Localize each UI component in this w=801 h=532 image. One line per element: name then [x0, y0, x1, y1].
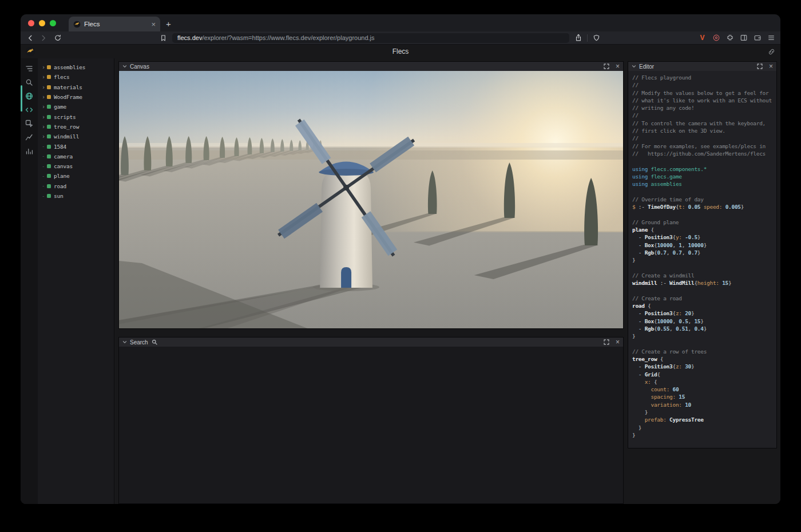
- collapse-icon[interactable]: [122, 340, 127, 344]
- queries-icon[interactable]: [25, 92, 34, 101]
- editor-code[interactable]: // Flecs playground//// Modify the value…: [628, 71, 776, 448]
- expand-caret-icon[interactable]: ›: [42, 124, 47, 130]
- browser-tab[interactable]: Flecs ×: [69, 17, 160, 31]
- browser-toolbar: flecs.dev/explorer/?wasm=https://www.fle…: [21, 31, 780, 45]
- close-icon[interactable]: ×: [769, 63, 773, 70]
- metrics-icon[interactable]: [25, 146, 34, 156]
- entity-color-square: [47, 164, 51, 168]
- expand-caret-icon[interactable]: ›: [42, 94, 47, 100]
- entity-color-square: [47, 95, 51, 99]
- tab-close-icon[interactable]: ×: [151, 21, 156, 28]
- new-tab-button[interactable]: +: [166, 19, 171, 29]
- canvas-3d-scene[interactable]: [119, 71, 623, 328]
- expand-caret-icon[interactable]: ›: [42, 74, 47, 80]
- tree-item[interactable]: - camera: [38, 152, 114, 161]
- tree-item[interactable]: › flecs: [38, 72, 114, 82]
- entities-icon[interactable]: [25, 64, 34, 73]
- tree-item-label: WoodFrame: [54, 94, 82, 100]
- share-icon[interactable]: [573, 33, 583, 43]
- expand-caret-icon[interactable]: -: [42, 144, 47, 149]
- expand-caret-icon[interactable]: ›: [42, 104, 47, 110]
- search-panel-header: Search ×: [119, 338, 623, 347]
- editor-panel-header: Editor ×: [628, 62, 776, 71]
- wallet-icon[interactable]: [752, 33, 762, 43]
- menu-icon[interactable]: [766, 33, 776, 43]
- tree-item[interactable]: › windmill: [38, 132, 114, 141]
- tree-item[interactable]: - sun: [38, 191, 114, 201]
- fullscreen-icon[interactable]: [604, 63, 609, 69]
- tree-item-label: flecs: [54, 74, 70, 80]
- extensions-icon[interactable]: [725, 33, 735, 43]
- shield-icon[interactable]: [592, 33, 601, 43]
- vimium-icon[interactable]: V: [697, 33, 707, 43]
- tree-item[interactable]: - canvas: [38, 161, 114, 171]
- tree-item[interactable]: › assemblies: [38, 62, 114, 72]
- flecs-favicon: [73, 21, 81, 28]
- url-bar[interactable]: flecs.dev/explorer/?wasm=https://www.fle…: [172, 33, 569, 43]
- share-link-icon[interactable]: [768, 47, 775, 58]
- entity-color-square: [47, 194, 51, 198]
- expand-caret-icon[interactable]: ›: [42, 114, 47, 120]
- expand-caret-icon[interactable]: -: [42, 183, 47, 189]
- canvas-panel: Canvas ×: [118, 61, 624, 329]
- collapse-icon[interactable]: [632, 64, 636, 69]
- entity-tree: › assemblies › flecs › materials › WoodF…: [38, 58, 114, 504]
- sidebar-panel-icon[interactable]: [739, 33, 748, 43]
- flecs-logo: [25, 46, 35, 59]
- entity-color-square: [47, 154, 51, 158]
- traffic-light-zoom[interactable]: [50, 20, 56, 26]
- tree-item-label: windmill: [54, 133, 79, 140]
- expand-caret-icon[interactable]: -: [42, 173, 47, 179]
- tree-item-label: plane: [54, 173, 70, 179]
- expand-caret-icon[interactable]: -: [42, 164, 47, 169]
- reload-icon[interactable]: [53, 33, 62, 43]
- tree-item[interactable]: › tree_row: [38, 122, 114, 132]
- road: [119, 150, 623, 160]
- recorder-icon[interactable]: [711, 33, 721, 43]
- tree-item-label: canvas: [54, 163, 73, 169]
- expand-caret-icon[interactable]: ›: [42, 133, 47, 140]
- search-results-area[interactable]: [119, 347, 623, 503]
- tree-item-label: materials: [54, 84, 82, 90]
- expand-caret-icon[interactable]: -: [42, 153, 47, 159]
- tree-item[interactable]: › scripts: [38, 112, 114, 121]
- close-icon[interactable]: ×: [616, 63, 620, 70]
- tree-item-label: road: [54, 183, 66, 189]
- tree-item-label: sun: [54, 193, 64, 199]
- inspector-icon[interactable]: [25, 119, 34, 128]
- tree-item[interactable]: › materials: [38, 82, 114, 92]
- entity-color-square: [47, 125, 51, 129]
- close-icon[interactable]: ×: [616, 339, 620, 346]
- page-title: Flecs: [392, 47, 409, 55]
- back-icon[interactable]: [25, 33, 35, 43]
- traffic-light-minimize[interactable]: [39, 20, 45, 26]
- tree-item[interactable]: › WoodFrame: [38, 92, 114, 102]
- fullscreen-icon[interactable]: [604, 339, 609, 345]
- stats-icon[interactable]: [25, 133, 34, 142]
- entity-color-square: [47, 65, 51, 69]
- expand-caret-icon[interactable]: ›: [42, 64, 47, 70]
- bookmark-icon[interactable]: [158, 33, 168, 43]
- right-column: Editor × // Flecs playground//// Modify …: [628, 58, 780, 504]
- entity-color-square: [47, 134, 51, 138]
- collapse-icon[interactable]: [122, 64, 127, 69]
- tree-item[interactable]: - plane: [38, 171, 114, 181]
- traffic-light-close[interactable]: [28, 20, 34, 26]
- tool-sidebar: [21, 58, 38, 504]
- tree-item[interactable]: - road: [38, 181, 114, 191]
- code-icon[interactable]: [25, 105, 34, 114]
- app-header: Flecs: [21, 45, 780, 58]
- expand-caret-icon[interactable]: ›: [42, 84, 47, 90]
- expand-caret-icon[interactable]: -: [42, 193, 47, 199]
- page-body: › assemblies › flecs › materials › WoodF…: [21, 58, 780, 504]
- tree-item[interactable]: › game: [38, 102, 114, 112]
- forward-icon[interactable]: [39, 33, 49, 43]
- toolbar-divider: [587, 34, 588, 42]
- browser-window: Flecs × + flecs.dev/explorer/?wasm=https…: [21, 14, 780, 504]
- url-domain: flecs.dev: [177, 34, 202, 41]
- search-icon[interactable]: [25, 78, 34, 87]
- tree-item[interactable]: - 1584: [38, 141, 114, 151]
- fullscreen-icon[interactable]: [757, 63, 763, 69]
- horizon-haze: [119, 143, 623, 148]
- entity-color-square: [47, 174, 51, 178]
